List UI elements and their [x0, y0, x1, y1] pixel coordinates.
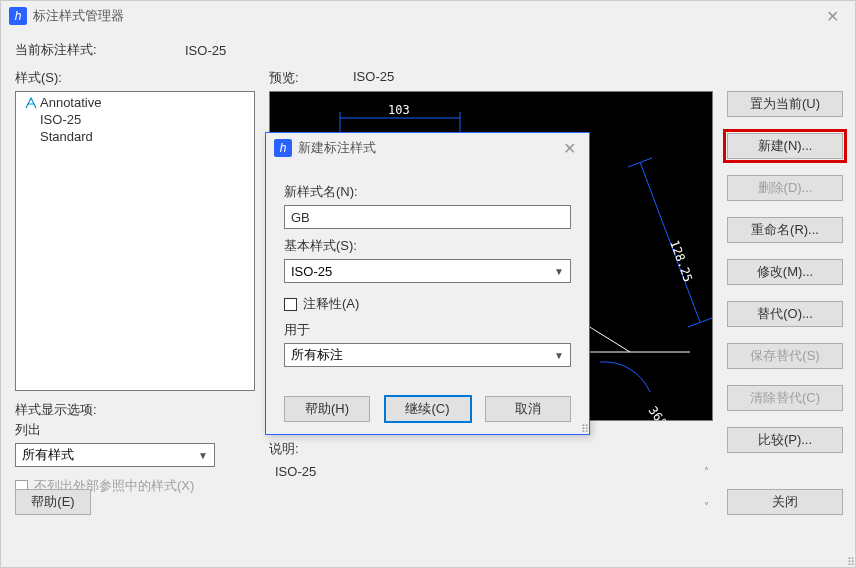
annotative-checkbox-row[interactable]: 注释性(A) — [284, 295, 571, 313]
save-override-button: 保存替代(S) — [727, 343, 843, 369]
display-options-label: 样式显示选项: — [15, 401, 215, 419]
list-item[interactable]: Standard — [16, 128, 254, 145]
svg-line-6 — [688, 318, 712, 327]
styles-listbox[interactable]: Annotative ISO-25 Standard — [15, 91, 255, 391]
base-style-label: 基本样式(S): — [284, 237, 571, 255]
annotative-checkbox[interactable] — [284, 298, 297, 311]
bottom-right-buttons: 关闭 — [727, 489, 843, 515]
list-item-label: Standard — [40, 129, 93, 144]
modal-body: 新样式名(N): GB 基本样式(S): ISO-25 ▼ 注释性(A) 用于 … — [266, 163, 589, 379]
bottom-left-buttons: 帮助(E) — [15, 489, 91, 515]
window-title: 标注样式管理器 — [33, 7, 124, 25]
main-titlebar: h 标注样式管理器 ✕ — [1, 1, 855, 31]
app-icon: h — [274, 139, 292, 157]
close-button[interactable]: 关闭 — [727, 489, 843, 515]
resize-grip-icon[interactable]: ⠿ — [847, 559, 853, 565]
description-box: ISO-25 ˄ ˅ — [269, 462, 713, 518]
current-style-row: 当前标注样式: ISO-25 — [15, 41, 841, 59]
base-style-value: ISO-25 — [291, 264, 332, 279]
modal-title: 新建标注样式 — [298, 139, 376, 157]
scroll-up-icon[interactable]: ˄ — [704, 466, 709, 477]
description-area: 说明: ISO-25 ˄ ˅ — [269, 440, 713, 518]
annotative-icon — [24, 96, 38, 110]
modal-titlebar: h 新建标注样式 ✕ — [266, 133, 589, 163]
use-for-select[interactable]: 所有标注 ▼ — [284, 343, 571, 367]
override-button[interactable]: 替代(O)... — [727, 301, 843, 327]
svg-line-5 — [628, 158, 652, 167]
close-icon[interactable]: ✕ — [809, 1, 855, 31]
continue-button[interactable]: 继续(C) — [385, 396, 471, 422]
list-item-label: Annotative — [40, 95, 101, 110]
modal-button-row: 帮助(H) 继续(C) 取消 — [284, 396, 571, 422]
dim-angle-text: 36° — [646, 404, 670, 422]
current-style-value: ISO-25 — [185, 43, 226, 58]
styles-label: 样式(S): — [15, 69, 62, 87]
annotative-label: 注释性(A) — [303, 295, 359, 313]
description-value: ISO-25 — [275, 464, 316, 479]
new-name-value: GB — [291, 210, 310, 225]
help-button[interactable]: 帮助(E) — [15, 489, 91, 515]
dim-side-text: 128.25 — [667, 238, 695, 284]
list-label: 列出 — [15, 421, 215, 439]
preview-label: 预览: — [269, 69, 299, 87]
list-item-label: ISO-25 — [40, 112, 81, 127]
new-name-input[interactable]: GB — [284, 205, 571, 229]
base-style-select[interactable]: ISO-25 ▼ — [284, 259, 571, 283]
new-name-label: 新样式名(N): — [284, 183, 571, 201]
list-filter-select[interactable]: 所有样式 ▼ — [15, 443, 215, 467]
new-dimension-style-dialog: h 新建标注样式 ✕ 新样式名(N): GB 基本样式(S): ISO-25 ▼… — [265, 132, 590, 435]
chevron-down-icon: ▼ — [198, 450, 208, 461]
chevron-down-icon: ▼ — [554, 350, 564, 361]
rename-button[interactable]: 重命名(R)... — [727, 217, 843, 243]
list-item[interactable]: ISO-25 — [16, 111, 254, 128]
dim-top-text: 103 — [388, 103, 410, 117]
resize-grip-icon[interactable]: ⠿ — [581, 426, 587, 432]
dimension-style-manager-window: h 标注样式管理器 ✕ 当前标注样式: ISO-25 样式(S): 预览: IS… — [0, 0, 856, 568]
compare-button[interactable]: 比较(P)... — [727, 427, 843, 453]
app-icon: h — [9, 7, 27, 25]
use-for-label: 用于 — [284, 321, 571, 339]
modal-help-button[interactable]: 帮助(H) — [284, 396, 370, 422]
preview-value: ISO-25 — [353, 69, 394, 84]
clear-override-button: 清除替代(C) — [727, 385, 843, 411]
use-for-value: 所有标注 — [291, 346, 343, 364]
delete-button: 删除(D)... — [727, 175, 843, 201]
modify-button[interactable]: 修改(M)... — [727, 259, 843, 285]
list-filter-value: 所有样式 — [22, 446, 74, 464]
description-scroll[interactable]: ˄ ˅ — [704, 466, 709, 512]
description-label: 说明: — [269, 440, 713, 458]
scroll-down-icon[interactable]: ˅ — [704, 501, 709, 512]
display-options: 样式显示选项: 列出 所有样式 ▼ 不列出外部参照中的样式(X) — [15, 401, 215, 495]
list-item[interactable]: Annotative — [16, 94, 254, 111]
right-button-column: 置为当前(U) 新建(N)... 删除(D)... 重命名(R)... 修改(M… — [727, 91, 843, 453]
cancel-button[interactable]: 取消 — [485, 396, 571, 422]
new-button[interactable]: 新建(N)... — [727, 133, 843, 159]
chevron-down-icon: ▼ — [554, 266, 564, 277]
set-current-button[interactable]: 置为当前(U) — [727, 91, 843, 117]
current-style-label: 当前标注样式: — [15, 41, 185, 59]
close-icon[interactable]: ✕ — [549, 133, 589, 163]
